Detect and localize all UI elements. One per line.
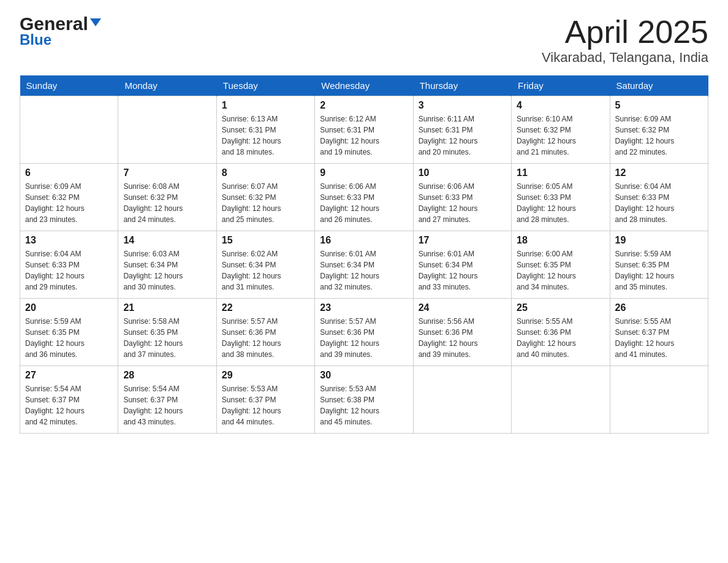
day-cell: [512, 366, 610, 434]
day-cell: 1Sunrise: 6:13 AM Sunset: 6:31 PM Daylig…: [216, 96, 314, 164]
day-number: 29: [222, 370, 309, 381]
day-cell: 27Sunrise: 5:54 AM Sunset: 6:37 PM Dayli…: [20, 366, 118, 434]
week-row-2: 6Sunrise: 6:09 AM Sunset: 6:32 PM Daylig…: [20, 164, 708, 231]
day-cell: 14Sunrise: 6:03 AM Sunset: 6:34 PM Dayli…: [118, 231, 216, 299]
day-number: 18: [517, 235, 604, 246]
day-cell: [118, 96, 216, 164]
page-subtitle: Vikarabad, Telangana, India: [542, 50, 708, 66]
day-cell: 12Sunrise: 6:04 AM Sunset: 6:33 PM Dayli…: [610, 164, 708, 231]
day-info: Sunrise: 6:03 AM Sunset: 6:34 PM Dayligh…: [123, 248, 211, 293]
day-number: 22: [222, 302, 309, 313]
day-cell: 11Sunrise: 6:05 AM Sunset: 6:33 PM Dayli…: [512, 164, 610, 231]
day-number: 25: [517, 302, 604, 313]
day-number: 13: [25, 235, 113, 246]
header-thursday: Thursday: [413, 75, 511, 96]
day-number: 16: [320, 235, 408, 246]
calendar-header-row: SundayMondayTuesdayWednesdayThursdayFrid…: [20, 75, 708, 96]
day-info: Sunrise: 6:06 AM Sunset: 6:33 PM Dayligh…: [320, 181, 408, 225]
day-info: Sunrise: 6:10 AM Sunset: 6:32 PM Dayligh…: [517, 113, 604, 158]
day-number: 28: [123, 370, 211, 381]
day-info: Sunrise: 6:05 AM Sunset: 6:33 PM Dayligh…: [517, 181, 604, 225]
day-info: Sunrise: 6:02 AM Sunset: 6:34 PM Dayligh…: [222, 248, 309, 293]
logo: General Blue: [20, 15, 101, 48]
day-number: 26: [615, 302, 703, 313]
day-number: 10: [419, 167, 506, 178]
day-info: Sunrise: 5:55 AM Sunset: 6:37 PM Dayligh…: [615, 316, 703, 360]
day-info: Sunrise: 5:55 AM Sunset: 6:36 PM Dayligh…: [517, 316, 604, 360]
logo-arrow-icon: [90, 18, 101, 26]
day-cell: 21Sunrise: 5:58 AM Sunset: 6:35 PM Dayli…: [118, 299, 216, 366]
day-cell: 4Sunrise: 6:10 AM Sunset: 6:32 PM Daylig…: [512, 96, 610, 164]
header-monday: Monday: [118, 75, 216, 96]
day-number: 8: [222, 167, 309, 178]
day-number: 21: [123, 302, 211, 313]
day-cell: 19Sunrise: 5:59 AM Sunset: 6:35 PM Dayli…: [610, 231, 708, 299]
day-number: 2: [320, 100, 408, 111]
day-info: Sunrise: 6:01 AM Sunset: 6:34 PM Dayligh…: [419, 248, 506, 293]
logo-blue: Blue: [20, 31, 51, 48]
day-number: 1: [222, 100, 309, 111]
day-number: 3: [419, 100, 506, 111]
day-cell: [20, 96, 118, 164]
day-info: Sunrise: 6:13 AM Sunset: 6:31 PM Dayligh…: [222, 113, 309, 158]
day-info: Sunrise: 5:56 AM Sunset: 6:36 PM Dayligh…: [419, 316, 506, 360]
day-info: Sunrise: 5:58 AM Sunset: 6:35 PM Dayligh…: [123, 316, 211, 360]
day-info: Sunrise: 5:57 AM Sunset: 6:36 PM Dayligh…: [320, 316, 408, 360]
day-cell: 17Sunrise: 6:01 AM Sunset: 6:34 PM Dayli…: [413, 231, 511, 299]
day-number: 11: [517, 167, 604, 178]
title-block: April 2025 Vikarabad, Telangana, India: [542, 15, 708, 66]
day-cell: 20Sunrise: 5:59 AM Sunset: 6:35 PM Dayli…: [20, 299, 118, 366]
day-info: Sunrise: 5:53 AM Sunset: 6:37 PM Dayligh…: [222, 383, 309, 427]
day-number: 24: [419, 302, 506, 313]
day-cell: 13Sunrise: 6:04 AM Sunset: 6:33 PM Dayli…: [20, 231, 118, 299]
week-row-5: 27Sunrise: 5:54 AM Sunset: 6:37 PM Dayli…: [20, 366, 708, 434]
day-cell: 5Sunrise: 6:09 AM Sunset: 6:32 PM Daylig…: [610, 96, 708, 164]
page-title: April 2025: [542, 15, 708, 50]
day-info: Sunrise: 5:53 AM Sunset: 6:38 PM Dayligh…: [320, 383, 408, 427]
header-tuesday: Tuesday: [216, 75, 314, 96]
day-cell: 6Sunrise: 6:09 AM Sunset: 6:32 PM Daylig…: [20, 164, 118, 231]
day-cell: 9Sunrise: 6:06 AM Sunset: 6:33 PM Daylig…: [315, 164, 413, 231]
day-cell: 7Sunrise: 6:08 AM Sunset: 6:32 PM Daylig…: [118, 164, 216, 231]
header-sunday: Sunday: [20, 75, 118, 96]
day-cell: 15Sunrise: 6:02 AM Sunset: 6:34 PM Dayli…: [216, 231, 314, 299]
day-info: Sunrise: 5:59 AM Sunset: 6:35 PM Dayligh…: [25, 316, 113, 360]
day-cell: 22Sunrise: 5:57 AM Sunset: 6:36 PM Dayli…: [216, 299, 314, 366]
day-number: 17: [419, 235, 506, 246]
week-row-4: 20Sunrise: 5:59 AM Sunset: 6:35 PM Dayli…: [20, 299, 708, 366]
day-info: Sunrise: 6:06 AM Sunset: 6:33 PM Dayligh…: [419, 181, 506, 225]
day-number: 9: [320, 167, 408, 178]
header-saturday: Saturday: [610, 75, 708, 96]
day-cell: 2Sunrise: 6:12 AM Sunset: 6:31 PM Daylig…: [315, 96, 413, 164]
day-number: 12: [615, 167, 703, 178]
calendar-table: SundayMondayTuesdayWednesdayThursdayFrid…: [20, 75, 708, 434]
page-header: General Blue April 2025 Vikarabad, Telan…: [20, 15, 708, 66]
day-number: 5: [615, 100, 703, 111]
day-number: 27: [25, 370, 113, 381]
day-cell: 8Sunrise: 6:07 AM Sunset: 6:32 PM Daylig…: [216, 164, 314, 231]
day-info: Sunrise: 6:01 AM Sunset: 6:34 PM Dayligh…: [320, 248, 408, 293]
header-wednesday: Wednesday: [315, 75, 413, 96]
day-info: Sunrise: 6:09 AM Sunset: 6:32 PM Dayligh…: [25, 181, 113, 225]
day-info: Sunrise: 6:04 AM Sunset: 6:33 PM Dayligh…: [25, 248, 113, 293]
day-info: Sunrise: 5:59 AM Sunset: 6:35 PM Dayligh…: [615, 248, 703, 293]
day-info: Sunrise: 6:07 AM Sunset: 6:32 PM Dayligh…: [222, 181, 309, 225]
day-info: Sunrise: 6:08 AM Sunset: 6:32 PM Dayligh…: [123, 181, 211, 225]
day-number: 7: [123, 167, 211, 178]
day-info: Sunrise: 5:54 AM Sunset: 6:37 PM Dayligh…: [123, 383, 211, 427]
day-cell: 24Sunrise: 5:56 AM Sunset: 6:36 PM Dayli…: [413, 299, 511, 366]
day-cell: 18Sunrise: 6:00 AM Sunset: 6:35 PM Dayli…: [512, 231, 610, 299]
day-info: Sunrise: 6:12 AM Sunset: 6:31 PM Dayligh…: [320, 113, 408, 158]
day-cell: 23Sunrise: 5:57 AM Sunset: 6:36 PM Dayli…: [315, 299, 413, 366]
day-cell: [610, 366, 708, 434]
day-info: Sunrise: 6:00 AM Sunset: 6:35 PM Dayligh…: [517, 248, 604, 293]
day-number: 23: [320, 302, 408, 313]
day-number: 15: [222, 235, 309, 246]
day-cell: 3Sunrise: 6:11 AM Sunset: 6:31 PM Daylig…: [413, 96, 511, 164]
day-number: 30: [320, 370, 408, 381]
day-cell: 25Sunrise: 5:55 AM Sunset: 6:36 PM Dayli…: [512, 299, 610, 366]
day-number: 14: [123, 235, 211, 246]
day-info: Sunrise: 6:11 AM Sunset: 6:31 PM Dayligh…: [419, 113, 506, 158]
week-row-3: 13Sunrise: 6:04 AM Sunset: 6:33 PM Dayli…: [20, 231, 708, 299]
day-info: Sunrise: 5:54 AM Sunset: 6:37 PM Dayligh…: [25, 383, 113, 427]
